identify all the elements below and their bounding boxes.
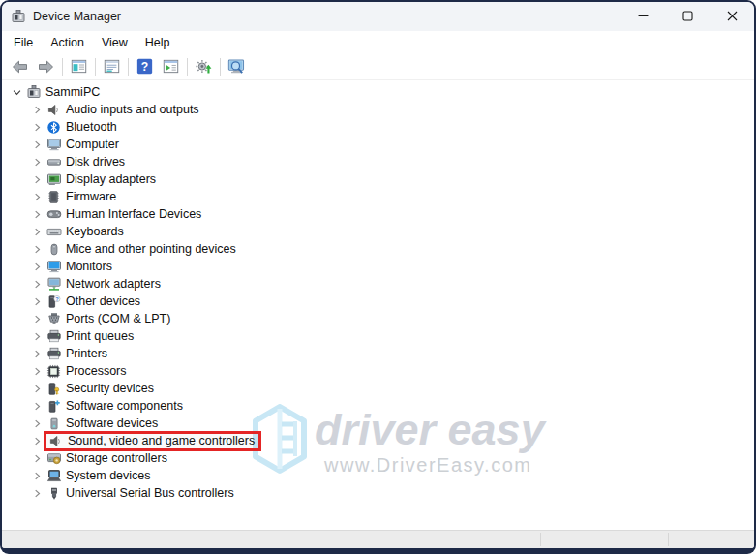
chevron-right-icon[interactable] — [29, 228, 45, 236]
chevron-right-icon[interactable] — [29, 402, 45, 411]
title-bar: Device Manager — [2, 2, 754, 31]
toolbar-forward-button[interactable] — [33, 55, 59, 78]
tree-item-monitors[interactable]: Monitors — [2, 258, 754, 275]
chevron-right-icon[interactable] — [29, 123, 45, 132]
device-manager-icon — [25, 84, 42, 100]
tree-item-sound-video-and-game-controllers[interactable]: Sound, video and game controllers — [2, 432, 754, 449]
tree-item-firmware[interactable]: Firmware — [2, 188, 754, 205]
tree-item-system-devices[interactable]: System devices — [2, 467, 754, 484]
chevron-right-icon[interactable] — [29, 106, 45, 114]
tree-item-network-adapters[interactable]: Network adapters — [2, 275, 754, 292]
chevron-right-icon[interactable] — [29, 175, 45, 184]
toolbar-separator — [220, 58, 221, 76]
software-device-icon — [45, 416, 62, 431]
svg-text:?: ? — [141, 60, 148, 74]
properties-icon — [104, 58, 120, 75]
chevron-right-icon[interactable] — [29, 158, 45, 167]
chevron-right-icon[interactable] — [29, 472, 45, 480]
tree-item-label: Print queues — [66, 328, 134, 344]
unknown-device-icon: ? — [45, 293, 62, 309]
chevron-right-icon[interactable] — [29, 297, 45, 306]
tree-item-mice-and-other-pointing-devices[interactable]: Mice and other pointing devices — [2, 240, 754, 258]
software-component-icon — [45, 398, 62, 414]
forward-icon — [37, 59, 55, 75]
computer-icon — [45, 137, 62, 152]
tree-item-label: Other devices — [66, 293, 140, 309]
tree-item-label: Software devices — [66, 416, 158, 431]
tree-item-human-interface-devices[interactable]: Human Interface Devices — [2, 205, 754, 223]
speaker-icon — [47, 433, 64, 448]
maximize-button[interactable] — [665, 2, 710, 31]
chevron-down-icon[interactable] — [9, 88, 25, 97]
tree-item-label: Disk drives — [66, 154, 125, 169]
help-icon: ? — [136, 58, 153, 75]
menu-item-action[interactable]: Action — [42, 33, 93, 52]
tree-item-label: Processors — [66, 363, 127, 379]
tree-item-universal-serial-bus-controllers[interactable]: Universal Serial Bus controllers — [2, 484, 754, 502]
chevron-right-icon[interactable] — [29, 210, 45, 219]
tree-item-label: Human Interface Devices — [66, 206, 201, 222]
tree-item-display-adapters[interactable]: Display adapters — [2, 170, 754, 188]
tree-item-audio-inputs-and-outputs[interactable]: Audio inputs and outputs — [2, 101, 754, 118]
chevron-right-icon[interactable] — [29, 193, 45, 201]
toolbar-separator — [187, 58, 188, 76]
tree-item-other-devices[interactable]: ?Other devices — [2, 292, 754, 310]
chevron-right-icon[interactable] — [29, 280, 45, 289]
tree-item-software-devices[interactable]: Software devices — [2, 415, 754, 432]
toolbar-show-console-tree-button[interactable] — [66, 55, 92, 78]
bluetooth-icon — [45, 119, 62, 135]
toolbar-separator — [128, 58, 129, 76]
tree-item-printers[interactable]: Printers — [2, 345, 754, 362]
chevron-right-icon[interactable] — [29, 332, 45, 341]
toolbar-update-driver-button[interactable] — [191, 55, 217, 78]
maximize-icon — [682, 10, 693, 24]
tree-item-label: Audio inputs and outputs — [66, 102, 199, 117]
toolbar-show-action-pane-button[interactable] — [158, 55, 184, 78]
chevron-right-icon[interactable] — [29, 385, 45, 393]
tree-item-print-queues[interactable]: Print queues — [2, 327, 754, 345]
display-adapter-icon — [45, 171, 62, 187]
monitor-icon — [45, 259, 62, 274]
scan-hardware-changes-icon — [227, 58, 246, 76]
tree-item-sammipc[interactable]: SammiPC — [2, 83, 754, 101]
toolbar-separator — [62, 58, 63, 76]
minimize-button[interactable] — [620, 2, 665, 31]
tree-item-bluetooth[interactable]: Bluetooth — [2, 118, 754, 136]
highlight-box: Sound, video and game controllers — [44, 431, 261, 451]
chevron-right-icon[interactable] — [29, 367, 45, 376]
tree-item-keyboards[interactable]: Keyboards — [2, 223, 754, 240]
toolbar-back-button[interactable] — [7, 55, 33, 78]
toolbar-help-button[interactable]: ? — [132, 55, 158, 78]
mouse-icon — [45, 241, 62, 257]
menu-item-view[interactable]: View — [93, 33, 136, 52]
chevron-right-icon[interactable] — [29, 350, 45, 358]
tree-item-computer[interactable]: Computer — [2, 136, 754, 153]
chevron-right-icon[interactable] — [29, 140, 45, 149]
speaker-icon — [45, 102, 62, 117]
storage-controller-icon — [45, 450, 62, 466]
tree-item-security-devices[interactable]: Security devices — [2, 380, 754, 397]
menu-item-file[interactable]: File — [5, 33, 42, 52]
tree-item-disk-drives[interactable]: Disk drives — [2, 153, 754, 170]
tree-item-label: Network adapters — [66, 276, 161, 292]
close-icon — [727, 10, 738, 24]
chevron-right-icon[interactable] — [29, 262, 45, 271]
chevron-right-icon[interactable] — [29, 454, 45, 463]
menu-bar: FileActionViewHelp — [2, 31, 754, 53]
tree-item-label: Computer — [66, 137, 119, 152]
tree-item-storage-controllers[interactable]: Storage controllers — [2, 449, 754, 467]
close-button[interactable] — [710, 2, 754, 31]
toolbar-scan-hardware-changes-button[interactable] — [224, 55, 250, 78]
tree-item-software-components[interactable]: Software components — [2, 397, 754, 415]
menu-item-help[interactable]: Help — [136, 33, 179, 52]
toolbar-properties-button[interactable] — [99, 55, 125, 78]
tree-item-label: Firmware — [66, 189, 116, 204]
disk-drive-icon — [45, 154, 62, 169]
tree-item-ports-com-lpt[interactable]: Ports (COM & LPT) — [2, 310, 754, 327]
tree-item-label: Mice and other pointing devices — [66, 241, 236, 257]
chevron-right-icon[interactable] — [29, 489, 45, 498]
chevron-right-icon[interactable] — [29, 315, 45, 323]
tree-item-processors[interactable]: Processors — [2, 362, 754, 380]
chevron-right-icon[interactable] — [29, 245, 45, 254]
chevron-right-icon[interactable] — [29, 419, 45, 428]
